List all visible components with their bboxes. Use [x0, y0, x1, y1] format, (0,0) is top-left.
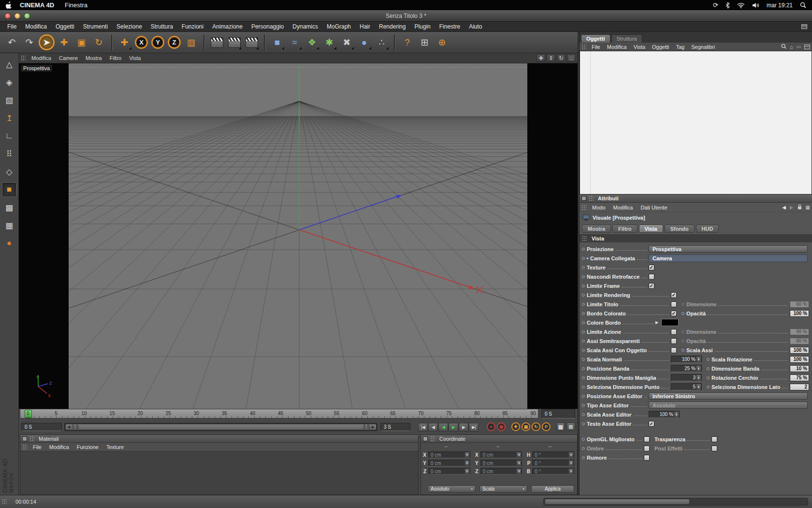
viewport-menu-filtro[interactable]: Filtro	[106, 55, 125, 61]
viewport-canvas[interactable]: Prospettiva Y Z X	[19, 63, 578, 409]
history-back-icon[interactable]: ◀	[782, 205, 786, 210]
menu-modifica[interactable]: Modifica	[21, 23, 51, 30]
value-field[interactable]: 3▲▼	[671, 374, 702, 381]
spotlight-icon[interactable]	[800, 2, 806, 8]
keyframe-dot[interactable]	[682, 303, 684, 306]
menu-animazione[interactable]: Animazione	[208, 23, 247, 30]
snap-settings-button[interactable]: ⊞	[566, 422, 575, 431]
lock-x-axis-button[interactable]: X	[135, 36, 148, 49]
panel-grip-icon[interactable]	[581, 44, 586, 50]
help-button[interactable]: ?	[399, 34, 415, 50]
menu-plugin[interactable]: Plugin	[410, 23, 435, 30]
attributes-menu-modifica[interactable]: Modifica	[609, 205, 637, 210]
keyframe-dot[interactable]	[582, 395, 585, 398]
stepper-buttons[interactable]: ▲▼	[517, 452, 521, 457]
keyframe-dot[interactable]	[582, 303, 585, 306]
menu-rendering[interactable]: Rendering	[375, 23, 410, 30]
add-primitive-button[interactable]: ■	[269, 34, 285, 50]
panel-grip-icon[interactable]	[589, 195, 594, 201]
keyframe-pla-toggle[interactable]: ▦	[556, 422, 565, 431]
keyframe-dot[interactable]	[582, 404, 585, 407]
window-titlebar[interactable]: Senza Titolo 3 *	[0, 10, 812, 22]
menu-oggetti[interactable]: Oggetti	[51, 23, 79, 30]
checkbox[interactable]	[671, 329, 677, 335]
attribute-dropdown[interactable]: Assoluto	[649, 402, 808, 409]
model-mode-button[interactable]: ◈	[2, 75, 16, 89]
value-field[interactable]: 5▲▼	[671, 383, 702, 390]
object-manager-menu-tag[interactable]: Tag	[672, 44, 688, 50]
keyframe-dot[interactable]	[682, 312, 684, 315]
wifi-icon[interactable]	[737, 2, 745, 8]
value-field[interactable]: 100 %	[790, 356, 809, 363]
keyframe-dot[interactable]	[707, 358, 710, 361]
viewport-menu-modifica[interactable]: Modifica	[28, 55, 55, 61]
apply-button[interactable]: Applica	[531, 485, 574, 493]
stepper-buttons[interactable]: ▲▼	[569, 461, 573, 465]
zoom-view-icon[interactable]: ⇕	[547, 54, 555, 62]
keyframe-dot[interactable]	[582, 340, 585, 343]
keyframe-dot[interactable]	[582, 284, 585, 287]
close-window-button[interactable]	[5, 13, 11, 19]
coordinate-field[interactable]: 0 °▲▼	[532, 460, 574, 466]
status-grip-icon[interactable]	[2, 499, 7, 505]
timeline-frame-field[interactable]: 0 S	[541, 409, 575, 418]
coordinate-field[interactable]: 0 cm▲▼	[428, 451, 470, 458]
last-used-tool-button[interactable]: ✚	[116, 34, 132, 50]
keyframe-dot[interactable]	[707, 367, 710, 370]
keyframe-dot[interactable]	[582, 312, 585, 315]
stepper-buttons[interactable]: ▲▼	[465, 461, 469, 465]
stepper-buttons[interactable]: ▲▼	[517, 461, 521, 465]
play-forwards-button[interactable]: ▶	[449, 423, 458, 432]
keyframe-dot[interactable]	[582, 358, 585, 361]
panel-grip-icon[interactable]	[29, 436, 34, 442]
attributes-header[interactable]: Attributi	[580, 194, 812, 203]
rotate-view-icon[interactable]: ↻	[557, 54, 566, 62]
menu-struttura[interactable]: Struttura	[146, 23, 177, 30]
render-settings-button[interactable]	[226, 34, 242, 50]
keyframe-dot[interactable]	[707, 386, 710, 388]
stepper-buttons[interactable]: ▲▼	[517, 469, 521, 474]
checkbox[interactable]: ✓	[649, 265, 654, 270]
coordinate-field[interactable]: 0 cm▲▼	[428, 468, 470, 475]
undo-button[interactable]: ↶	[4, 34, 20, 50]
viewport-solo-button[interactable]: ●	[2, 237, 16, 250]
stepper-buttons[interactable]: ▲▼	[696, 366, 701, 371]
value-field[interactable]: 75 %	[790, 374, 809, 381]
keyframe-dot[interactable]	[582, 376, 585, 379]
keyframe-dot[interactable]	[682, 340, 684, 343]
goto-end-button[interactable]: ▶|	[469, 423, 478, 432]
stepper-buttons[interactable]: ▲▼	[674, 412, 679, 417]
checkbox[interactable]	[644, 436, 650, 442]
apple-menu[interactable]	[6, 1, 12, 9]
menu-dynamics[interactable]: Dynamics	[288, 23, 322, 30]
keyframe-dot[interactable]	[582, 248, 585, 251]
menubar-app-name[interactable]: CINEMA 4D	[20, 1, 54, 9]
make-editable-button[interactable]: △	[2, 58, 16, 71]
tab-struttura[interactable]: Struttura	[611, 34, 642, 43]
menu-hair[interactable]: Hair	[355, 23, 375, 30]
timeline-ruler[interactable]: 051015202530354045505560657075808590	[20, 409, 538, 418]
object-list[interactable]	[580, 51, 812, 194]
tab-oggetti[interactable]: Oggetti	[581, 34, 610, 43]
polygons-mode-button[interactable]: ■	[2, 183, 16, 196]
panel-dock-icon[interactable]	[22, 436, 27, 441]
autokeying-button[interactable]: ◉	[497, 422, 506, 431]
rotate-tool-button[interactable]: ↻	[91, 34, 107, 50]
value-field[interactable]: 100 %▲▼	[649, 411, 680, 418]
panel-grip-icon[interactable]	[582, 236, 587, 241]
keyframe-position-toggle[interactable]: ✚	[511, 422, 520, 431]
history-forward-icon[interactable]: ▶	[790, 205, 794, 210]
panel-menu-icon[interactable]: ▦	[806, 205, 810, 210]
menu-strumenti[interactable]: Strumenti	[79, 23, 112, 30]
keyframe-rotation-toggle[interactable]: ↻	[532, 422, 540, 431]
value-field[interactable]: 100 %	[790, 310, 809, 317]
panel-grip-icon[interactable]	[21, 55, 26, 61]
object-axis-mode-button[interactable]: ↥	[2, 111, 16, 125]
scrollbar-thumb[interactable]	[545, 499, 690, 505]
redo-button[interactable]: ↷	[21, 34, 37, 50]
viewport-menu-mostra[interactable]: Mostra	[82, 55, 106, 61]
live-selection-tool-button[interactable]: ➤	[39, 34, 55, 50]
checkbox[interactable]: ✓	[671, 311, 677, 316]
points-mode-button[interactable]: ⠿	[2, 147, 16, 161]
sync-icon[interactable]: ⟳	[713, 1, 718, 9]
